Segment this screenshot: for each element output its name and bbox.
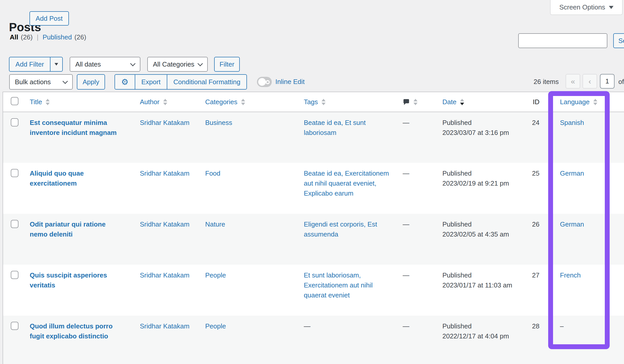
row-checkbox[interactable] <box>11 169 18 177</box>
add-filter-button[interactable]: Add Filter <box>9 57 50 71</box>
categories-filter-select[interactable]: All Categories <box>147 57 208 72</box>
sort-arrows-icon <box>163 99 167 105</box>
post-title-link[interactable]: Quis suscipit asperiores veritatis <box>30 270 118 290</box>
view-all-link[interactable]: All <box>10 33 18 41</box>
toggle-off-icon <box>266 80 270 84</box>
post-status: Published <box>442 118 527 128</box>
post-datetime: 2023/01/17 at 11:03 am <box>442 280 527 290</box>
tag-links[interactable]: Beatae id ea, Exercitationem aut nihil q… <box>304 168 393 198</box>
post-datetime: 2023/03/07 at 3:16 pm <box>442 128 527 138</box>
author-link[interactable]: Sridhar Katakam <box>140 322 190 330</box>
category-link[interactable]: People <box>205 322 226 330</box>
sort-categories-header[interactable]: Categories <box>205 98 237 106</box>
tag-links[interactable]: Eligendi est corporis, Est assumenda <box>304 219 393 239</box>
chevron-down-icon <box>63 78 68 84</box>
post-id: 28 <box>532 322 539 330</box>
category-link[interactable]: Food <box>205 169 220 177</box>
add-filter-dropdown-button[interactable] <box>50 57 62 71</box>
search-input[interactable] <box>518 33 607 48</box>
add-post-button[interactable]: Add Post <box>29 11 69 26</box>
sort-title-header[interactable]: Title <box>30 98 42 106</box>
table-row: Quis suscipit asperiores veritatis Sridh… <box>3 265 624 316</box>
chevron-down-icon <box>55 63 58 66</box>
id-header: ID <box>533 98 539 106</box>
screen-options-label: Screen Options <box>559 3 605 11</box>
inline-edit-label[interactable]: Inline Edit <box>275 78 305 86</box>
toggle-knob <box>258 78 266 86</box>
post-id: 24 <box>532 119 539 126</box>
category-link[interactable]: People <box>205 271 226 279</box>
category-link[interactable]: Nature <box>205 220 225 228</box>
chevron-down-icon <box>609 6 613 9</box>
post-datetime: 2023/02/05 at 4:35 am <box>442 229 527 239</box>
comments-count: — <box>403 322 409 330</box>
post-title-link[interactable]: Odit pariatur qui ratione nemo deleniti <box>30 219 118 239</box>
post-datetime: 2022/12/17 at 4:04 pm <box>442 331 527 341</box>
bulk-actions-value: Bulk actions <box>15 78 51 86</box>
comments-count: — <box>403 169 409 177</box>
view-published-link[interactable]: Published <box>43 33 72 41</box>
row-checkbox[interactable] <box>11 118 18 126</box>
sort-tags-header[interactable]: Tags <box>304 98 318 106</box>
dates-filter-select[interactable]: All dates <box>70 57 140 72</box>
sort-arrows-icon <box>413 99 418 105</box>
add-filter-split-button: Add Filter <box>9 57 63 72</box>
tag-links[interactable]: Et sunt laboriosam, Exercitationem aut n… <box>304 270 393 300</box>
settings-button[interactable]: ⚙ <box>115 75 135 89</box>
category-link[interactable]: Business <box>205 119 232 126</box>
apply-button[interactable]: Apply <box>77 74 105 90</box>
chevron-down-icon <box>130 61 136 66</box>
table-row: Quod illum delectus porro fugit explicab… <box>3 316 624 364</box>
filter-button[interactable]: Filter <box>214 57 240 72</box>
current-page-input[interactable] <box>600 74 615 89</box>
page-of-label: of <box>618 78 624 86</box>
language-link[interactable]: German <box>560 169 584 177</box>
post-datetime: 2023/02/19 at 9:21 pm <box>442 178 527 188</box>
view-published-count: (26) <box>74 33 86 41</box>
screen-options-button[interactable]: Screen Options <box>550 0 622 15</box>
post-status: Published <box>442 321 527 331</box>
bulk-actions-select[interactable]: Bulk actions <box>9 74 73 90</box>
table-row: Est consequatur minima inventore incidun… <box>3 112 624 163</box>
sort-date-header[interactable]: Date <box>442 98 456 106</box>
dates-filter-value: All dates <box>75 60 101 68</box>
post-status: Published <box>442 270 527 280</box>
table-header-row: Title Author Categories Tags <box>3 92 624 112</box>
tag-links[interactable]: Beatae id ea, Et sunt laboriosam <box>304 118 393 138</box>
items-count: 26 items <box>534 78 559 86</box>
first-page-button[interactable]: « <box>566 74 580 89</box>
language-link[interactable]: French <box>560 271 581 279</box>
chevron-down-icon <box>197 61 203 66</box>
author-link[interactable]: Sridhar Katakam <box>140 119 190 126</box>
language-link[interactable]: German <box>560 220 584 228</box>
sort-arrows-icon <box>241 99 245 105</box>
previous-page-button[interactable]: ‹ <box>583 74 597 89</box>
categories-filter-value: All Categories <box>153 60 194 68</box>
post-status: Published <box>442 168 527 178</box>
comments-count: — <box>403 119 409 126</box>
post-title-link[interactable]: Aliquid quo quae exercitationem <box>30 168 118 188</box>
author-link[interactable]: Sridhar Katakam <box>140 271 190 279</box>
author-link[interactable]: Sridhar Katakam <box>140 220 190 228</box>
select-all-checkbox[interactable] <box>11 97 18 105</box>
post-title-link[interactable]: Quod illum delectus porro fugit explicab… <box>30 321 118 341</box>
table-tools-button-group: ⚙ Export Conditional Formatting <box>115 74 247 90</box>
comments-icon[interactable] <box>403 99 410 105</box>
post-id: 27 <box>532 271 539 279</box>
conditional-formatting-button[interactable]: Conditional Formatting <box>167 75 247 89</box>
inline-edit-toggle[interactable] <box>257 77 272 87</box>
row-checkbox[interactable] <box>11 271 18 279</box>
post-status-views: All (26) | Published (26) <box>10 33 86 41</box>
tag-links: — <box>304 322 310 330</box>
sort-author-header[interactable]: Author <box>140 98 160 106</box>
post-title-link[interactable]: Est consequatur minima inventore incidun… <box>30 118 118 138</box>
sort-arrows-icon <box>46 99 50 105</box>
sort-language-header[interactable]: Language <box>560 98 590 106</box>
export-button[interactable]: Export <box>135 75 167 89</box>
sort-arrows-icon <box>321 99 326 105</box>
row-checkbox[interactable] <box>11 322 18 330</box>
language-link[interactable]: Spanish <box>560 119 584 126</box>
row-checkbox[interactable] <box>11 220 18 228</box>
author-link[interactable]: Sridhar Katakam <box>140 169 190 177</box>
search-button[interactable]: Search <box>613 33 624 48</box>
